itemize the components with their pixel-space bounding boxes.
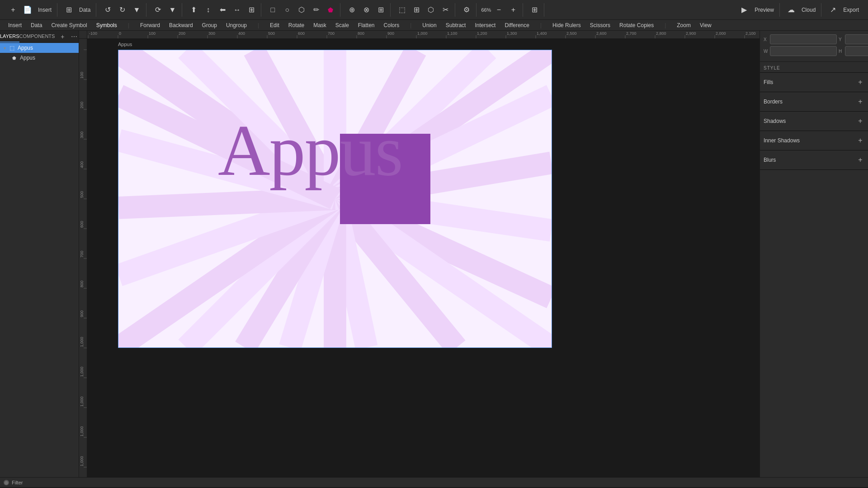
boolean2-icon[interactable]: ⊗ <box>359 3 373 17</box>
cloud-button[interactable]: Cloud <box>799 3 818 17</box>
menu-scissors[interactable]: Scissors <box>585 21 615 29</box>
align-left-icon[interactable]: ⬅ <box>216 3 229 17</box>
shadows-header[interactable]: Shadows + <box>764 115 864 127</box>
export-arrow-icon[interactable]: ↗ <box>826 3 840 17</box>
insert-button[interactable]: Insert <box>35 3 54 17</box>
artboard: Appus <box>118 50 552 348</box>
x-input[interactable] <box>770 34 837 44</box>
menu-separator2: | <box>253 21 264 29</box>
main-area: LAYERS COMPONENTS + ⋯ ▾ ⬚ Appus ⬟ Appus <box>0 31 868 477</box>
borders-add-button[interactable]: + <box>856 98 864 106</box>
borders-label: Borders <box>764 99 783 105</box>
menu-intersect[interactable]: Intersect <box>470 21 500 29</box>
sunburst-svg <box>118 50 552 347</box>
ruler-icon[interactable]: ⊞ <box>410 3 423 17</box>
data-button[interactable]: Data <box>76 3 93 17</box>
fills-add-button[interactable]: + <box>856 78 864 86</box>
export-icon[interactable]: ⬡ <box>424 3 438 17</box>
inner-shadows-add-button[interactable]: + <box>856 136 864 145</box>
menu-group[interactable]: Group <box>198 21 222 29</box>
toolbar-preview-group: ▶ Preview <box>735 3 780 17</box>
distribute-icon[interactable]: ⊞ <box>245 3 258 17</box>
h-ruler-canvas <box>87 31 760 39</box>
color-icon[interactable]: ⬟ <box>324 3 337 17</box>
y-input[interactable] <box>845 34 868 44</box>
menu-difference[interactable]: Difference <box>500 21 533 29</box>
menu-union[interactable]: Union <box>418 21 441 29</box>
settings-icon[interactable]: ⚙ <box>460 3 473 17</box>
align-center-icon[interactable]: ↔ <box>230 3 244 17</box>
align-top-icon[interactable]: ⬆ <box>187 3 200 17</box>
design-canvas[interactable]: Appus <box>87 39 760 477</box>
undo-icon[interactable]: ↺ <box>101 3 114 17</box>
data-icon[interactable]: ⊞ <box>62 3 75 17</box>
scissors-icon2[interactable]: ✂ <box>439 3 452 17</box>
view-icon[interactable]: ⊞ <box>528 3 541 17</box>
menu-forward[interactable]: Forward <box>136 21 165 29</box>
menu-flatten[interactable]: Flatten <box>354 21 379 29</box>
menu-rotate[interactable]: Rotate <box>284 21 309 29</box>
menu-edit[interactable]: Edit <box>265 21 284 29</box>
export-button[interactable]: Export <box>840 3 862 17</box>
tab-components[interactable]: COMPONENTS <box>19 31 55 42</box>
menu-symbols[interactable]: Symbols <box>92 21 122 29</box>
sunburst-background <box>118 50 552 347</box>
boolean-icon[interactable]: ⊕ <box>345 3 359 17</box>
zoom-up-icon[interactable]: + <box>506 3 520 17</box>
artboard-icon[interactable]: ⬚ <box>395 3 409 17</box>
blurs-header[interactable]: Blurs + <box>764 154 864 166</box>
content-row: Appus <box>79 39 760 477</box>
menu-data[interactable]: Data <box>26 21 47 29</box>
filter-label[interactable]: Filter <box>12 480 23 485</box>
ruler-container <box>79 31 760 39</box>
fills-label: Fills <box>764 79 773 85</box>
boolean3-icon[interactable]: ⊞ <box>374 3 387 17</box>
fills-header[interactable]: Fills + <box>764 76 864 88</box>
insert-icon[interactable]: + <box>6 3 20 17</box>
add-layer-button[interactable]: + <box>57 32 67 42</box>
preview-button[interactable]: Preview <box>752 3 777 17</box>
toolbar-view-group: ⊞ <box>525 3 544 17</box>
circle-icon[interactable]: ○ <box>280 3 294 17</box>
logo-text: Appus <box>218 109 402 192</box>
document-icon[interactable]: 📄 <box>21 3 34 17</box>
zoom-down-icon[interactable]: − <box>492 3 505 17</box>
sync-icon[interactable]: ⟳ <box>151 3 165 17</box>
w-input[interactable] <box>770 46 837 56</box>
inner-shadows-label: Inner Shadows <box>764 137 800 144</box>
rect-icon[interactable]: □ <box>266 3 279 17</box>
layer-options-button[interactable]: ⋯ <box>69 32 79 42</box>
sync-dropdown-icon[interactable]: ▼ <box>165 3 179 17</box>
layer-item-root-selected[interactable]: ▾ ⬚ Appus <box>0 43 79 53</box>
tab-layers[interactable]: LAYERS <box>0 31 19 42</box>
preview-play-icon[interactable]: ▶ <box>737 3 751 17</box>
shadows-add-button[interactable]: + <box>856 117 864 125</box>
inner-shadows-header[interactable]: Inner Shadows + <box>764 135 864 146</box>
menu-insert[interactable]: Insert <box>4 21 26 29</box>
canvas-wrapper: Appus <box>79 31 760 477</box>
redo-dropdown-icon[interactable]: ▼ <box>130 3 143 17</box>
menu-zoom[interactable]: Zoom <box>672 21 695 29</box>
borders-header[interactable]: Borders + <box>764 96 864 108</box>
layer-child-label: Appus <box>20 55 35 61</box>
menu-ungroup[interactable]: Ungroup <box>222 21 251 29</box>
menu-mask[interactable]: Mask <box>309 21 331 29</box>
pen-icon[interactable]: ✏ <box>309 3 323 17</box>
menu-view[interactable]: View <box>695 21 716 29</box>
blurs-add-button[interactable]: + <box>856 156 864 164</box>
align-middle-icon[interactable]: ↕ <box>201 3 215 17</box>
layer-item-child[interactable]: ⬟ Appus <box>0 53 79 63</box>
h-input[interactable] <box>845 46 868 56</box>
menu-create-symbol[interactable]: Create Symbol <box>47 21 91 29</box>
menu-hide-rulers[interactable]: Hide Rulers <box>548 21 585 29</box>
menu-colors[interactable]: Colors <box>379 21 404 29</box>
path-icon[interactable]: ⬡ <box>295 3 308 17</box>
menu-backward[interactable]: Backward <box>165 21 198 29</box>
artboard-layer-icon: ⬚ <box>9 45 15 51</box>
redo-icon[interactable]: ↻ <box>115 3 129 17</box>
menu-subtract[interactable]: Subtract <box>441 21 471 29</box>
menu-scale[interactable]: Scale <box>331 21 354 29</box>
blurs-label: Blurs <box>764 157 776 163</box>
cloud-icon[interactable]: ☁ <box>784 3 798 17</box>
menu-rotate-copies[interactable]: Rotate Copies <box>615 21 658 29</box>
